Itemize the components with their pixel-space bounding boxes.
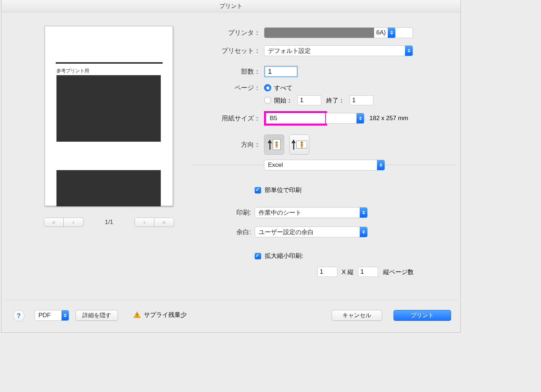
dialog-content: 参考プリント用 « ‹ 1/1 › » プリンタ： 6A) プリセット： デフォ… — [1, 12, 460, 332]
app-section-value: Excel — [264, 161, 377, 169]
paper-size-select-visible[interactable]: B5 — [266, 113, 325, 124]
preset-value: デフォルト設定 — [264, 47, 405, 55]
from-input[interactable]: 1 — [297, 95, 321, 105]
preview-rule — [56, 62, 163, 64]
prev-page-button[interactable]: ‹ — [64, 218, 83, 227]
print-dialog: プリント 参考プリント用 « ‹ 1/1 › » プリンタ： 6A) — [1, 0, 461, 333]
paper-size-select-ext[interactable] — [326, 113, 364, 124]
svg-rect-0 — [137, 314, 137, 316]
pages-from-label: 開始： — [274, 96, 292, 105]
print-what-value: 作業中のシート — [255, 209, 360, 217]
divider — [5, 300, 458, 300]
margins-value: ユーザー設定の余白 — [255, 228, 360, 236]
x-vert-label: X 縦 — [342, 268, 354, 276]
pages-to-label: 終了： — [326, 96, 345, 105]
printer-label: プリンタ： — [210, 28, 260, 37]
print-what-label: 印刷: — [222, 208, 251, 217]
page-counter: 1/1 — [83, 219, 135, 226]
print-what-select[interactable]: 作業中のシート — [255, 207, 368, 218]
vert-pages-label: 縦ページ数 — [383, 268, 414, 276]
help-button[interactable]: ? — [13, 310, 24, 322]
svg-rect-1 — [137, 316, 137, 317]
paper-size-label: 用紙サイズ： — [202, 114, 260, 123]
pages-label: ページ： — [218, 83, 260, 92]
cancel-button[interactable]: キャンセル — [332, 310, 382, 321]
pages-all-radio[interactable] — [264, 84, 271, 91]
preview-content-block — [56, 170, 161, 206]
pdf-menu[interactable]: PDF — [35, 310, 69, 321]
margins-select[interactable]: ユーザー設定の余白 — [255, 227, 368, 237]
preview-caption: 参考プリント用 — [56, 68, 89, 74]
printer-select[interactable]: 6A) — [264, 27, 413, 38]
paper-size-highlight: B5 — [264, 111, 327, 126]
hide-details-button[interactable]: 詳細を隠す — [76, 310, 118, 321]
scale-height-input[interactable]: 1 — [358, 267, 378, 277]
margins-label: 余白: — [222, 228, 251, 236]
copies-label: 部数： — [224, 67, 260, 76]
chevron-updown-icon — [388, 28, 395, 38]
supply-low-text: サプライ残量少 — [144, 311, 187, 319]
orientation-landscape-button[interactable]: 🧍 — [289, 135, 309, 155]
arrow-up-icon — [268, 140, 272, 143]
chevron-updown-icon — [356, 113, 364, 123]
chevron-updown-icon — [360, 227, 367, 237]
pages-all-label: すべて — [274, 84, 292, 92]
scale-width-input[interactable]: 1 — [317, 267, 337, 277]
chevron-updown-icon — [405, 46, 413, 56]
preset-select[interactable]: デフォルト設定 — [264, 45, 413, 56]
pages-range-radio[interactable] — [264, 97, 271, 104]
orientation-portrait-button[interactable]: 🧍 — [264, 135, 284, 155]
arrow-up-icon — [291, 140, 296, 143]
print-button[interactable]: プリント — [394, 310, 451, 321]
copies-input[interactable]: 1 — [264, 66, 298, 77]
pdf-label: PDF — [35, 312, 62, 319]
document-portrait-icon: 🧍 — [273, 139, 281, 150]
paper-size-value: B5 — [266, 115, 325, 122]
divider — [192, 165, 264, 165]
collate-label: 部単位で印刷 — [265, 186, 301, 194]
warning-icon — [133, 311, 141, 319]
print-preview: 参考プリント用 — [45, 26, 173, 206]
printer-name-suffix: 6A) — [374, 29, 388, 36]
app-section-select[interactable]: Excel — [264, 160, 385, 170]
printer-redacted — [264, 28, 374, 38]
collate-checkbox[interactable] — [255, 187, 261, 193]
document-landscape-icon: 🧍 — [296, 141, 307, 149]
chevron-updown-icon — [377, 160, 385, 170]
last-page-button[interactable]: » — [154, 218, 174, 227]
next-page-button[interactable]: › — [135, 218, 154, 227]
first-page-button[interactable]: « — [44, 218, 64, 227]
paper-dimensions: 182 x 257 mm — [369, 115, 408, 122]
preview-pager: « ‹ 1/1 › » — [44, 217, 174, 227]
to-input[interactable]: 1 — [350, 95, 373, 105]
preset-label: プリセット： — [203, 46, 260, 55]
scale-label: 拡大縮小印刷: — [265, 252, 303, 260]
orientation-label: 方向： — [228, 140, 260, 149]
preview-content-block — [56, 75, 161, 142]
chevron-updown-icon — [360, 208, 367, 218]
scale-checkbox[interactable] — [255, 253, 261, 259]
chevron-down-icon — [62, 310, 69, 320]
dialog-title: プリント — [1, 0, 460, 12]
divider — [385, 165, 455, 165]
